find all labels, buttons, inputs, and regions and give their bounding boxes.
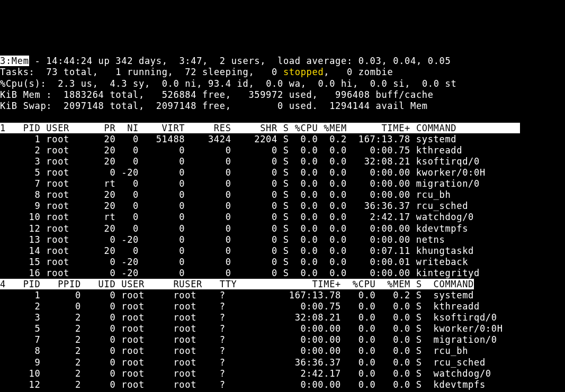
pane1-label: 1 [0,123,6,133]
swap-avail: 1294144 [329,101,370,111]
pane1-row[interactable]: 13 root 0 -20 0 0 0 S 0.0 0.0 0:00.00 ne… [0,234,565,245]
cpu-hi: 0.0 [318,78,335,89]
swap-total: 2097148 [64,101,104,111]
mem-free: 526884 [162,89,197,100]
summary-blank [0,112,565,123]
pane1-row[interactable]: 15 root 0 -20 0 0 0 S 0.0 0.0 0:00.01 wr… [0,257,565,268]
mem-used: 359972 [248,89,283,100]
pane4-row[interactable]: 10 2 0 root root ? 2:42.17 0.0 0.0 S wat… [0,368,565,379]
terminal-top-output[interactable]: 3:Mem - 14:44:24 up 342 days, 3:47, 2 us… [0,56,565,392]
pane4-row[interactable]: 8 2 0 root root ? 0:00.00 0.0 0.0 S rcu_… [0,345,565,357]
pane1-row[interactable]: 16 root 0 -20 0 0 0 S 0.0 0.0 0:00.00 ki… [0,268,565,279]
mem-total: 1883264 [64,89,104,100]
cpu-ni: 0.0 [162,78,180,89]
cpu-wa: 0.0 [266,78,283,89]
summary-cpu-line: %Cpu(s): 2.3 us, 4.3 sy, 0.0 ni, 93.4 id… [0,78,565,89]
tasks-running: 1 [115,67,121,77]
pane4-row[interactable]: 1 0 0 root root ? 167:13.78 0.0 0.2 S sy… [0,290,565,301]
summary-mem-line: KiB Mem : 1883264 total, 526884 free, 35… [0,89,565,101]
cpu-sy: 4.3 [110,78,127,89]
cpu-si: 0.0 [370,78,388,89]
uptime-days: 342 days, 3:47 [115,56,202,66]
pane1-columns: PID USER PR NI VIRT RES SHR S %CPU %MEM … [6,123,520,133]
stopped-label: stopped [283,67,324,77]
pane4-row[interactable]: 5 2 0 root root ? 0:00.00 0.0 0.0 S kwor… [0,323,565,334]
cpu-id: 93.4 [208,78,231,89]
summary-uptime-line: 3:Mem - 14:44:24 up 342 days, 3:47, 2 us… [0,56,565,67]
pane1-row[interactable]: 8 root 20 0 0 0 0 S 0.0 0.0 0:00.00 rcu_… [0,189,565,200]
uptime-users: 2 users [220,56,260,66]
pane1-row[interactable]: 12 root 20 0 0 0 0 S 0.0 0.0 0:00.00 kde… [0,223,565,234]
pane1-row[interactable]: 7 root rt 0 0 0 0 S 0.0 0.0 0:00.00 migr… [0,178,565,189]
tasks-sleeping: 72 [185,67,196,77]
pane1-row[interactable]: 3 root 20 0 0 0 0 S 0.0 0.0 32:08.21 kso… [0,156,565,167]
swap-used: 0 [277,101,283,111]
pane1-row[interactable]: 9 root 20 0 0 0 0 S 0.0 0.0 36:36.37 rcu… [0,200,565,212]
pane1-row[interactable]: 10 root rt 0 0 0 0 S 0.0 0.0 2:42.17 wat… [0,212,565,223]
pane3-label: 3:Mem [0,56,29,66]
pane4-row[interactable]: 9 2 0 root root ? 36:36.37 0.0 0.0 S rcu… [0,357,565,368]
cpu-us: 2.3 [58,78,75,89]
pane4-row[interactable]: 7 2 0 root root ? 0:00.00 0.0 0.0 S migr… [0,334,565,345]
tasks-zombie: 0 [347,67,353,77]
pane4-header[interactable]: 4 PID PPID UID USER RUSER TTY TIME+ %CPU… [0,279,565,290]
pane4-columns: PID PPID UID USER RUSER TTY TIME+ %CPU %… [6,279,474,289]
pane1-row[interactable]: 1 root 20 0 51488 3424 2204 S 0.0 0.2 16… [0,134,565,145]
pane1-row[interactable]: 2 root 20 0 0 0 0 S 0.0 0.0 0:00.75 kthr… [0,145,565,156]
pane1-header[interactable]: 1 PID USER PR NI VIRT RES SHR S %CPU %ME… [0,123,565,134]
pane4-label: 4 [0,279,6,289]
pane1-row[interactable]: 14 root 20 0 0 0 0 S 0.0 0.0 0:07.11 khu… [0,245,565,257]
tasks-total: 73 [46,67,58,77]
summary-swap-line: KiB Swap: 2097148 total, 2097148 free, 0… [0,101,565,112]
mem-buffcache: 996408 [335,89,370,100]
summary-tasks-line: Tasks: 73 total, 1 running, 72 sleeping,… [0,67,565,78]
pane1-row[interactable]: 5 root 0 -20 0 0 0 S 0.0 0.0 0:00.00 kwo… [0,167,565,178]
pane4-row[interactable]: 12 2 0 root root ? 0:00.00 0.0 0.0 S kde… [0,379,565,390]
cpu-st: 0.0 [422,78,440,89]
pane4-row[interactable]: 3 2 0 root root ? 32:08.21 0.0 0.0 S kso… [0,312,565,323]
uptime-time: 14:44:24 [46,56,92,66]
tasks-stopped: 0 [272,67,277,77]
swap-free: 2097148 [156,101,196,111]
load-average: 0.03, 0.04, 0.05 [358,56,451,66]
pane4-row[interactable]: 2 0 0 root root ? 0:00.75 0.0 0.0 S kthr… [0,301,565,312]
